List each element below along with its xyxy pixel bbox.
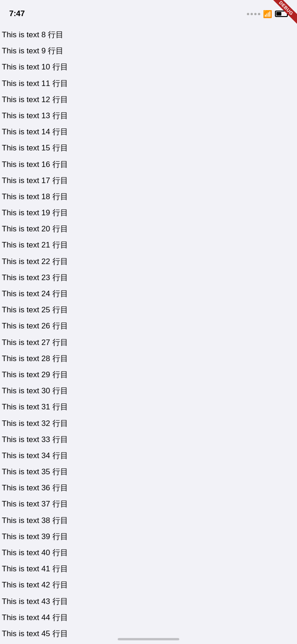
- list-item: This is text 20 行目: [2, 221, 297, 237]
- list-item: This is text 23 行目: [2, 270, 297, 286]
- list-item: This is text 36 行目: [2, 480, 297, 496]
- list-item: This is text 18 行目: [2, 189, 297, 205]
- list-item: This is text 38 行目: [2, 512, 297, 529]
- list-item: This is text 11 行目: [2, 75, 297, 92]
- battery-icon: [275, 11, 288, 17]
- list-item: This is text 32 行目: [2, 415, 297, 431]
- list-item: This is text 13 行目: [2, 108, 297, 124]
- list-item: This is text 27 行目: [2, 334, 297, 351]
- list-item: This is text 37 行目: [2, 496, 297, 512]
- list-item: This is text 24 行目: [2, 286, 297, 302]
- list-item: This is text 42 行目: [2, 577, 297, 593]
- home-indicator: [118, 638, 179, 640]
- wifi-icon: 📶: [263, 10, 272, 18]
- list-item: This is text 40 行目: [2, 545, 297, 561]
- list-item: This is text 9 行目: [2, 43, 297, 59]
- list-item: This is text 21 行目: [2, 237, 297, 253]
- list-item: This is text 19 行目: [2, 205, 297, 221]
- list-item: This is text 44 行目: [2, 610, 297, 626]
- list-item: This is text 28 行目: [2, 351, 297, 367]
- list-item: This is text 30 行目: [2, 383, 297, 399]
- status-icons: 📶: [247, 10, 288, 18]
- list-item: This is text 8 行目: [2, 27, 297, 43]
- list-item: This is text 17 行目: [2, 172, 297, 189]
- list-item: This is text 39 行目: [2, 529, 297, 545]
- list-item: This is text 34 行目: [2, 448, 297, 464]
- list-item: This is text 10 行目: [2, 59, 297, 75]
- list-content: This is text 8 行目This is text 9 行目This i…: [0, 25, 297, 644]
- list-item: This is text 25 行目: [2, 302, 297, 318]
- list-item: This is text 43 行目: [2, 593, 297, 610]
- list-item: This is text 41 行目: [2, 561, 297, 577]
- list-item: This is text 15 行目: [2, 140, 297, 156]
- list-item: This is text 16 行目: [2, 156, 297, 172]
- list-item: This is text 31 行目: [2, 399, 297, 415]
- list-item: This is text 26 行目: [2, 318, 297, 334]
- signal-icon: [247, 13, 260, 15]
- list-item: This is text 29 行目: [2, 367, 297, 383]
- list-item: This is text 22 行目: [2, 253, 297, 270]
- list-item: This is text 33 行目: [2, 431, 297, 448]
- list-item: This is text 14 行目: [2, 124, 297, 140]
- status-time: 7:47: [9, 9, 25, 18]
- list-item: This is text 12 行目: [2, 92, 297, 108]
- list-item: This is text 35 行目: [2, 464, 297, 480]
- status-bar: 7:47 📶: [0, 0, 297, 25]
